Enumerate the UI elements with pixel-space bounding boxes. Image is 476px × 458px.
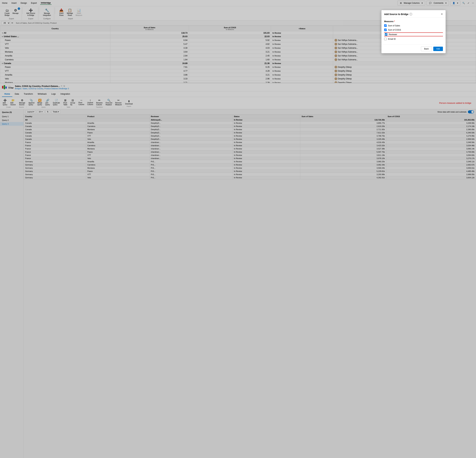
back-button[interactable]: Back xyxy=(421,46,432,51)
dialog-body: Measures * Sum of Sales Sum of COGS Re xyxy=(382,18,446,44)
info-icon[interactable]: i xyxy=(409,13,412,16)
checkbox-sum-cogs-input[interactable] xyxy=(384,28,387,31)
dialog-header: Add Source to Bridge i ✕ xyxy=(382,10,446,18)
checkbox-reviewer-label: Reviewer xyxy=(389,33,397,36)
add-source-dialog: Add Source to Bridge i ✕ Measures * Sum … xyxy=(382,10,446,53)
required-mark: * xyxy=(394,20,395,23)
checkbox-email-id-input[interactable] xyxy=(384,38,387,40)
checkbox-reviewer[interactable]: Reviewer xyxy=(384,33,443,36)
checkbox-email-id[interactable]: Email ID xyxy=(384,38,443,40)
dialog-title-text: Add Source to Bridge xyxy=(384,13,408,16)
checkbox-sum-cogs[interactable]: Sum of COGS xyxy=(384,28,443,31)
dialog-scroll: Sum of Sales Sum of COGS Reviewer Email … xyxy=(384,24,443,40)
checkbox-email-id-label: Email ID xyxy=(388,38,396,40)
checkbox-sum-sales-input[interactable] xyxy=(384,24,387,27)
add-button[interactable]: Add xyxy=(433,47,443,51)
measures-label-text: Measures xyxy=(384,20,393,23)
dialog-title: Add Source to Bridge i xyxy=(384,13,412,16)
checkbox-sum-sales[interactable]: Sum of Sales xyxy=(384,24,443,27)
checkbox-reviewer-input[interactable] xyxy=(385,33,387,36)
dialog-overlay: Add Source to Bridge i ✕ Measures * Sum … xyxy=(0,0,476,458)
checkbox-list: Sum of Sales Sum of COGS Reviewer Email … xyxy=(384,24,443,40)
measures-label: Measures * xyxy=(384,20,443,23)
dialog-footer: Back Add xyxy=(382,44,446,53)
checkbox-sum-cogs-label: Sum of COGS xyxy=(388,29,401,31)
checkbox-sum-sales-label: Sum of Sales xyxy=(388,25,400,27)
dialog-close-button[interactable]: ✕ xyxy=(441,12,443,16)
